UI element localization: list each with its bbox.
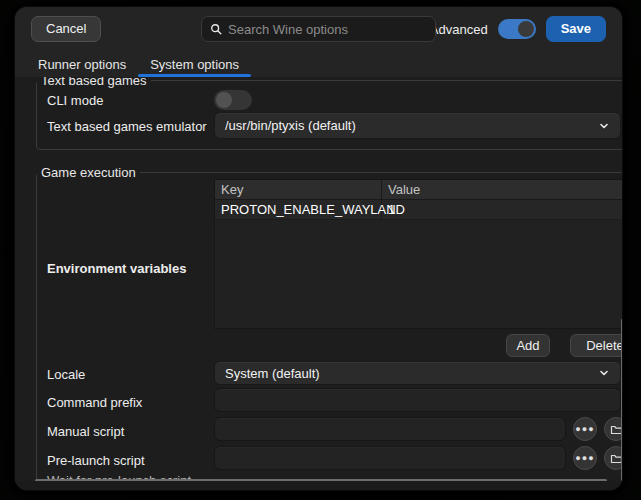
search-input[interactable] xyxy=(228,22,427,37)
ellipsis-icon: ●●● xyxy=(575,425,594,434)
manual-script-more-button[interactable]: ●●● xyxy=(573,417,597,441)
tab-system-options[interactable]: System options xyxy=(138,51,251,77)
toggle-knob xyxy=(216,92,232,108)
locale-combobox-value: System (default) xyxy=(225,366,598,381)
manual-script-label: Manual script xyxy=(47,424,124,439)
command-prefix-input[interactable] xyxy=(214,388,621,412)
column-header-value[interactable]: Value xyxy=(382,180,623,199)
env-var-value: 1 xyxy=(382,200,623,219)
save-button[interactable]: Save xyxy=(546,16,606,42)
table-row[interactable]: PROTON_ENABLE_WAYLAND 1 xyxy=(215,200,623,220)
vertical-scrollbar[interactable] xyxy=(621,319,623,481)
environment-variables-table: Key Value PROTON_ENABLE_WAYLAND 1 xyxy=(214,179,623,329)
chevron-down-icon xyxy=(598,367,610,379)
chevron-down-icon xyxy=(598,120,610,132)
prelaunch-script-more-button[interactable]: ●●● xyxy=(573,446,597,470)
emulator-combobox-value: /usr/bin/ptyxis (default) xyxy=(225,118,598,133)
advanced-label: Advanced xyxy=(430,22,488,37)
locale-combobox[interactable]: System (default) xyxy=(214,361,621,385)
column-header-key[interactable]: Key xyxy=(215,180,382,199)
prelaunch-script-input[interactable] xyxy=(214,446,566,470)
ellipsis-icon: ●●● xyxy=(575,454,594,463)
cli-mode-toggle[interactable] xyxy=(214,90,252,110)
advanced-toggle[interactable] xyxy=(498,19,536,39)
manual-script-input[interactable] xyxy=(214,417,566,441)
window-bottom-edge xyxy=(15,481,622,490)
locale-label: Locale xyxy=(47,367,85,382)
wine-options-dialog: Cancel Advanced Save Runner options Syst… xyxy=(14,6,623,491)
environment-variables-label: Environment variables xyxy=(47,261,186,276)
emulator-label: Text based games emulator xyxy=(47,119,207,134)
search-icon xyxy=(210,23,222,35)
cancel-button[interactable]: Cancel xyxy=(31,16,101,42)
tab-strip: Runner options System options xyxy=(15,51,622,77)
header-right-group: Advanced Save xyxy=(430,16,606,42)
cli-mode-label: CLI mode xyxy=(47,93,103,108)
add-button[interactable]: Add xyxy=(506,334,550,357)
delete-button[interactable]: Delete xyxy=(570,334,623,357)
toggle-knob xyxy=(518,21,534,37)
emulator-combobox[interactable]: /usr/bin/ptyxis (default) xyxy=(214,112,621,139)
env-var-key: PROTON_ENABLE_WAYLAND xyxy=(215,200,382,219)
group-game-execution-title: Game execution xyxy=(37,165,140,180)
command-prefix-label: Command prefix xyxy=(47,395,142,410)
tab-runner-options[interactable]: Runner options xyxy=(26,51,138,77)
options-scroll-area: Text based games CLI mode Text based gam… xyxy=(15,77,623,483)
search-field xyxy=(201,16,436,42)
group-text-based-games-title: Text based games xyxy=(37,77,151,88)
table-header-row: Key Value xyxy=(215,180,623,200)
headerbar: Cancel Advanced Save xyxy=(15,7,622,51)
prelaunch-script-label: Pre-launch script xyxy=(47,453,145,468)
